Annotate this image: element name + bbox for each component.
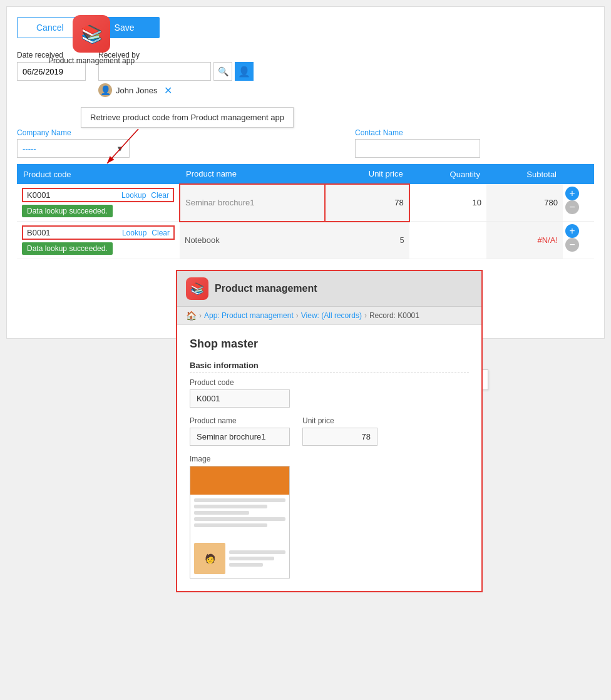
subtotal-cell-2: #N/A! (486, 222, 563, 259)
product-code-inner-1: K0001 Lookup Clear (22, 188, 174, 202)
breadcrumb-sep-2: › (296, 311, 299, 320)
image-bottom-section: 🧑 (190, 543, 289, 578)
panel-image-preview: 🧑 (190, 466, 290, 579)
table-row: B0001 Lookup Clear Data lookup succeeded… (17, 222, 594, 259)
chevron-down-icon: ▼ (116, 144, 124, 153)
product-name-cell-2: Notebook (180, 222, 325, 259)
image-line (194, 511, 249, 515)
table-row: K0001 Lookup Clear Data lookup succeeded… (17, 184, 594, 222)
subtotal-value-1: 780 (544, 198, 558, 207)
contact-label: Contact Name (355, 128, 480, 137)
col-actions (563, 164, 594, 184)
app-icon-label: Product management app (48, 56, 135, 65)
quantity-cell-2 (409, 222, 486, 259)
col-product-code: Product code (17, 164, 180, 184)
image-line (229, 550, 285, 554)
image-line (194, 498, 285, 502)
unit-price-value-2: 5 (399, 235, 404, 245)
panel-body: Shop master Basic information Product co… (177, 325, 481, 591)
panel-image-label: Image (190, 455, 469, 463)
selected-user-name: John Jones (116, 86, 158, 95)
panel-product-name-value: Seminar brochure1 (190, 428, 290, 446)
add-row-button-2[interactable]: + (565, 224, 579, 238)
image-text-lines (229, 543, 285, 574)
remove-row-button-2[interactable]: − (565, 238, 579, 252)
breadcrumb-sep-1: › (199, 311, 202, 320)
tooltip-retrieve-product-code: Retrieve product code from Product manag… (81, 107, 294, 128)
image-photo-placeholder: 🧑 (194, 543, 225, 574)
panel-header: 📚 Product management (177, 271, 481, 307)
image-line (194, 505, 267, 508)
panel-image-field: Image 🧑 (190, 455, 469, 579)
company-contact-row: Company Name ----- ▼ Contact Name (17, 128, 594, 158)
col-subtotal: Subtotal (486, 164, 563, 184)
search-icon: 🔍 (218, 66, 228, 76)
image-line (194, 523, 267, 527)
product-code-cell-1: K0001 Lookup Clear Data lookup succeeded… (17, 184, 180, 222)
success-badge-2: Data lookup succeeded. (22, 242, 113, 255)
col-unit-price: Unit price (325, 164, 409, 184)
unit-price-cell-2: 5 (325, 222, 409, 259)
product-management-panel: 📚 Product management 🏠 › App: Product ma… (176, 270, 483, 592)
contact-group: Contact Name (355, 128, 480, 158)
remove-row-button-1[interactable]: − (565, 200, 579, 214)
company-label: Company Name (17, 128, 130, 137)
breadcrumb-view-link[interactable]: View: (All records) (301, 311, 362, 320)
user-icon: 👤 (238, 66, 250, 78)
panel-unit-price-label: Unit price (302, 416, 377, 425)
image-lines (190, 495, 289, 543)
unit-price-value-1: 78 (394, 198, 403, 207)
panel-binders-icon: 📚 (190, 282, 204, 296)
product-code-value-1: K0001 (27, 190, 116, 200)
breadcrumb-home-icon[interactable]: 🏠 (186, 311, 197, 321)
unit-price-cell-1: 78 (325, 184, 409, 222)
close-user-button[interactable]: ✕ (164, 85, 172, 96)
image-line (194, 517, 285, 521)
add-row-button-1[interactable]: + (565, 187, 579, 200)
col-product-name: Product name (180, 164, 325, 184)
panel-product-code-label: Product code (190, 378, 469, 387)
avatar: 👤 (98, 83, 112, 97)
panel-app-icon: 📚 (186, 277, 208, 300)
breadcrumb-app-link[interactable]: App: Product management (204, 311, 294, 320)
person-icon: 🧑 (205, 553, 215, 564)
panel-product-name-field: Product name Seminar brochure1 (190, 416, 290, 446)
panel-product-code-value: K0001 (190, 389, 290, 408)
product-name-cell-1: Seminar brochure1 (180, 184, 325, 222)
panel-title: Product management (215, 283, 317, 294)
panel-product-name-label: Product name (190, 416, 290, 425)
success-badge-1: Data lookup succeeded. (22, 205, 113, 217)
product-management-app-icon[interactable]: 📚 (73, 15, 110, 53)
product-name-value-2: Notebook (185, 235, 220, 245)
product-code-cell-2: B0001 Lookup Clear Data lookup succeeded… (17, 222, 180, 259)
subtotal-value-2: #N/A! (537, 235, 558, 245)
image-top-bar (190, 466, 289, 495)
image-line (229, 557, 274, 560)
selected-user: 👤 John Jones ✕ (98, 83, 254, 97)
table-header-row: Product code Product name Unit price Qua… (17, 164, 594, 184)
lookup-link-2[interactable]: Lookup (122, 229, 146, 237)
company-select[interactable]: ----- ▼ (17, 139, 130, 158)
company-group: Company Name ----- ▼ (17, 128, 130, 158)
panel-breadcrumb: 🏠 › App: Product management › View: (All… (177, 307, 481, 325)
row-actions-2: + − (563, 222, 594, 259)
product-table-wrapper: Product code Product name Unit price Qua… (17, 164, 594, 259)
clear-link-2[interactable]: Clear (151, 229, 170, 237)
contact-input[interactable] (355, 139, 480, 158)
image-line (229, 563, 263, 567)
product-table: Product code Product name Unit price Qua… (17, 164, 594, 259)
app-icon-section: 📚 Product management app (17, 15, 594, 65)
product-code-inner-2: B0001 Lookup Clear (22, 225, 175, 240)
lookup-link-1[interactable]: Lookup (121, 191, 146, 200)
product-code-value-2: B0001 (27, 228, 117, 237)
clear-link-1[interactable]: Clear (151, 191, 169, 200)
panel-name-price-row: Product name Seminar brochure1 Unit pric… (190, 416, 469, 446)
product-name-value-1: Seminar brochure1 (185, 198, 255, 207)
quantity-value-1: 10 (473, 198, 481, 207)
breadcrumb-sep-3: › (364, 311, 367, 320)
panel-unit-price-field: Unit price 78 (302, 416, 377, 446)
row-actions-1: + − (563, 184, 594, 222)
col-quantity: Quantity (409, 164, 486, 184)
subtotal-cell-1: 780 (486, 184, 563, 222)
binders-icon: 📚 (81, 24, 103, 44)
